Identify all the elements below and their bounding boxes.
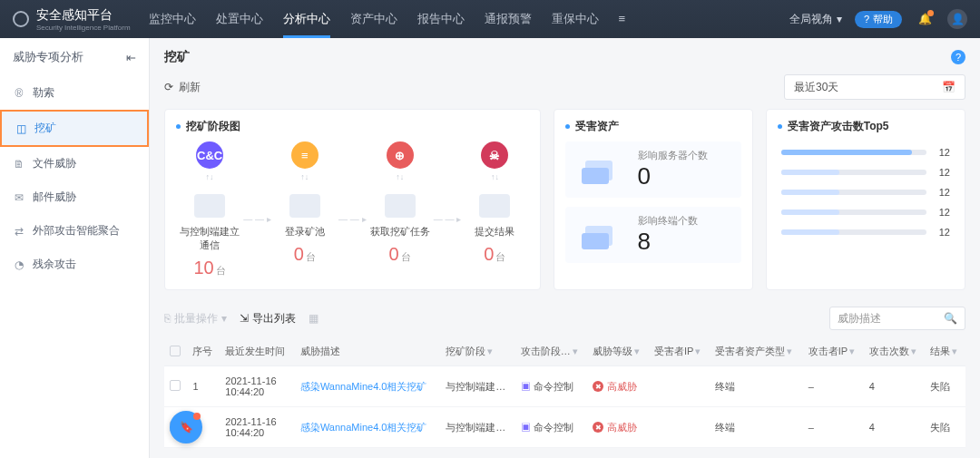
top5-card-title: 受害资产攻击数Top5	[788, 119, 889, 134]
top5-bar-row: 12	[781, 147, 950, 158]
stage-connector-icon: — — ▸	[243, 196, 271, 224]
severity-icon: ✖	[593, 422, 603, 433]
col-header[interactable]: 结果▾	[925, 337, 965, 366]
top5-value: 12	[934, 227, 950, 238]
calendar-icon: 📅	[942, 81, 956, 93]
stage-box-icon	[194, 194, 225, 218]
search-icon: 🔍	[944, 312, 957, 325]
chevron-down-icon: ▾	[837, 13, 842, 25]
cell-time: 2021-11-1610:44:20	[220, 407, 295, 448]
sidebar-item-label: 邮件威胁	[33, 190, 76, 205]
user-avatar-icon[interactable]: 👤	[947, 9, 967, 29]
top5-value: 12	[934, 187, 950, 198]
brand-subtitle: Security Intelligence Platform	[36, 24, 131, 32]
col-header[interactable]: 威胁等级▾	[587, 337, 649, 366]
collapse-icon[interactable]: ⇤	[126, 51, 136, 64]
cell-level: ✖高威胁	[587, 407, 649, 448]
stage-value: 10台	[176, 258, 243, 278]
cell-result: 失陷	[925, 366, 965, 407]
col-header[interactable]: 威胁描述	[295, 337, 440, 366]
attack-icon: ▣	[521, 422, 531, 433]
stage-value: 0台	[271, 244, 338, 265]
cell-attacker-ip: –	[803, 407, 864, 448]
nav-more-icon[interactable]: ≡	[619, 0, 626, 38]
file-threat-icon: 🗎	[13, 158, 25, 171]
nav-report[interactable]: 报告中心	[417, 0, 465, 38]
col-header[interactable]: 攻击阶段…▾	[515, 337, 587, 366]
sidebar: 威胁专项分析 ⇤ ®勒索 ◫挖矿 🗎文件威胁 ✉邮件威胁 ⇄外部攻击智能聚合 ◔…	[0, 38, 150, 458]
date-range-picker[interactable]: 最近30天📅	[784, 74, 965, 100]
top5-bar-row: 12	[781, 227, 950, 238]
cell-asset-type: 终端	[710, 407, 803, 448]
top5-card: 受害资产攻击数Top5 1212121212	[766, 109, 965, 290]
nav-dispose[interactable]: 处置中心	[216, 0, 263, 38]
cell-desc[interactable]: 感染WannaMine4.0相关挖矿	[295, 407, 440, 448]
svg-rect-1	[582, 168, 609, 184]
stage-arrow-icon: ↑↓	[271, 172, 338, 181]
sidebar-item-ext-attack[interactable]: ⇄外部攻击智能聚合	[0, 214, 149, 248]
help-button[interactable]: ?帮助	[855, 11, 902, 28]
sidebar-item-label: 残余攻击	[33, 257, 76, 272]
col-header[interactable]: 受害者IP▾	[649, 337, 710, 366]
stage-box-icon	[479, 194, 510, 218]
sidebar-item-ransom[interactable]: ®勒索	[0, 76, 149, 110]
refresh-icon: ⟳	[164, 81, 173, 93]
date-range-label: 最近30天	[794, 80, 838, 95]
top-nav: 监控中心 处置中心 分析中心 资产中心 报告中心 通报预警 重保中心 ≡	[149, 0, 626, 38]
export-label: 导出列表	[252, 311, 296, 326]
stage-label: 提交结果	[461, 225, 528, 239]
stage-connector-icon: — — ▸	[338, 196, 367, 224]
cell-idx: 1	[187, 366, 220, 407]
asset-card: 受害资产 影响服务器个数 0 影响终端个数 8	[554, 109, 753, 290]
asset-card-title: 受害资产	[575, 119, 619, 134]
page-help-icon[interactable]: ?	[951, 50, 965, 64]
svg-rect-3	[582, 233, 609, 249]
notifications-icon[interactable]: 🔔	[915, 9, 935, 29]
cell-result: 失陷	[925, 407, 965, 448]
cell-stage: 与控制端建…	[440, 366, 515, 407]
scope-selector[interactable]: 全局视角▾	[789, 12, 842, 27]
stage-badge-icon: ≡	[291, 141, 318, 169]
refresh-button[interactable]: ⟳刷新	[164, 80, 201, 95]
residual-icon: ◔	[13, 258, 25, 271]
top5-bar-row: 12	[781, 207, 950, 218]
asset-row: 影响服务器个数 0	[565, 141, 741, 198]
cell-desc[interactable]: 感染WannaMine4.0相关挖矿	[295, 366, 440, 407]
stage-badge-icon: C&C	[196, 141, 223, 169]
search-input[interactable]: 威胁描述🔍	[829, 307, 965, 330]
nav-monitor[interactable]: 监控中心	[149, 0, 196, 38]
top5-bar-row: 12	[781, 167, 950, 178]
bookmark-fab[interactable]: 🔖	[170, 411, 202, 443]
col-header[interactable]: 受害者资产类型▾	[710, 337, 803, 366]
col-header[interactable]: 攻击次数▾	[864, 337, 926, 366]
export-button[interactable]: ⇲导出列表	[240, 311, 296, 326]
stage-badge-icon: ☠	[481, 141, 508, 169]
top5-bar	[781, 190, 926, 195]
nav-analysis[interactable]: 分析中心	[283, 0, 330, 38]
stage-connector-icon: — — ▸	[434, 196, 462, 224]
cell-count: 4	[864, 366, 926, 407]
ext-attack-icon: ⇄	[13, 225, 25, 238]
nav-protect[interactable]: 重保中心	[552, 0, 599, 38]
asset-row: 影响终端个数 8	[565, 207, 741, 263]
col-header[interactable]: 挖矿阶段▾	[440, 337, 515, 366]
sidebar-item-mining[interactable]: ◫挖矿	[0, 110, 149, 147]
stage-card-title: 挖矿阶段图	[186, 119, 240, 134]
nav-asset[interactable]: 资产中心	[350, 0, 397, 38]
col-header[interactable]: 序号	[187, 337, 220, 366]
nav-alert[interactable]: 通报预警	[485, 0, 532, 38]
top5-bar	[781, 170, 926, 175]
asset-label: 影响服务器个数	[638, 149, 708, 162]
grid-toggle-icon[interactable]: ▦	[309, 312, 318, 325]
col-header[interactable]: 最近发生时间	[220, 337, 295, 366]
col-checkbox[interactable]	[164, 337, 187, 366]
col-header[interactable]: 攻击者IP▾	[803, 337, 864, 366]
brand: 安全感知平台 Security Intelligence Platform	[13, 7, 131, 32]
table-section: ⎘批量操作▾ ⇲导出列表 ▦ 威胁描述🔍 序号最近发生时间威胁描述挖矿阶段▾攻击…	[150, 299, 980, 457]
sidebar-item-residual[interactable]: ◔残余攻击	[0, 248, 149, 281]
row-checkbox[interactable]	[164, 366, 187, 407]
cell-level: ✖高威胁	[587, 366, 649, 407]
sidebar-item-file-threat[interactable]: 🗎文件威胁	[0, 147, 149, 180]
sidebar-item-mail-threat[interactable]: ✉邮件威胁	[0, 180, 149, 214]
stage-box-icon	[385, 194, 416, 218]
